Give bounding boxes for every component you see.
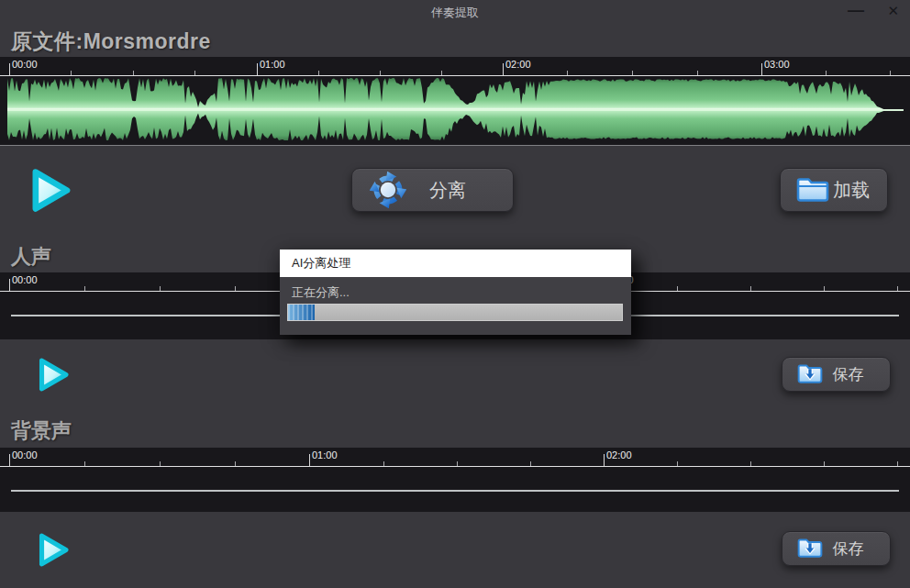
ruler-major-tick [503,63,504,75]
load-button-label: 加载 [830,178,872,203]
folder-open-icon [795,175,830,205]
save-folder-icon [797,537,823,560]
ruler-minor-tick [677,461,678,466]
play-background-button[interactable] [33,528,73,571]
ai-separation-dialog: AI分离处理 正在分离... [280,250,631,335]
load-button[interactable]: 加载 [780,168,888,212]
background-timeline-ruler: 00:0001:0002:00 [0,448,910,467]
ruler-minor-tick [383,461,384,466]
ruler-minor-tick [318,71,319,75]
background-section-label: 背景声 [11,417,72,445]
ruler-time-label: 02:00 [505,59,531,70]
original-timeline-ruler: 00:0001:0002:0003:00 [0,57,910,76]
background-waveform-panel[interactable]: 00:0001:0002:00 [0,448,910,512]
ruler-minor-tick [632,71,633,75]
separate-button-label: 分离 [406,178,489,203]
ruler-minor-tick [84,461,85,466]
separate-button[interactable]: 分离 [351,168,514,212]
ruler-minor-tick [84,286,85,291]
ruler-time-label: 00:00 [12,274,38,285]
ruler-minor-tick [133,71,134,75]
play-vocals-button[interactable] [33,353,73,396]
close-icon[interactable]: ✕ [887,4,899,17]
ruler-minor-tick [697,71,698,75]
ruler-minor-tick [897,286,898,291]
ruler-minor-tick [194,71,195,75]
play-icon [33,528,73,571]
ruler-minor-tick [750,286,751,291]
save-button-label: 保存 [823,364,873,385]
ruler-minor-tick [380,71,381,75]
dialog-status-text: 正在分离... [292,284,350,301]
ruler-minor-tick [567,71,568,75]
original-waveform-panel[interactable]: 00:0001:0002:0003:00 [0,57,910,146]
play-icon [33,353,73,396]
ruler-time-label: 00:00 [12,59,38,70]
ruler-minor-tick [235,461,236,466]
save-button-label: 保存 [823,538,873,560]
ruler-minor-tick [457,461,458,466]
ruler-time-label: 01:00 [312,449,338,460]
ruler-time-label: 02:00 [606,449,632,460]
ruler-minor-tick [824,461,825,466]
ruler-time-label: 00:00 [12,449,38,460]
save-background-button[interactable]: 保存 [782,531,891,566]
ruler-major-tick [257,63,258,75]
play-icon [24,164,77,216]
ruler-minor-tick [890,71,891,75]
dialog-title: AI分离处理 [292,255,350,272]
original-waveform[interactable] [0,76,910,145]
save-vocals-button[interactable]: 保存 [782,357,891,392]
ruler-minor-tick [750,461,751,466]
ruler-minor-tick [897,461,898,466]
ruler-major-tick [9,63,10,75]
vocals-section-label: 人声 [11,243,51,271]
dialog-body: 正在分离... [280,277,631,335]
ruler-time-label: 01:00 [260,59,285,70]
original-file-label: 原文件:Morsmordre [11,28,211,56]
ruler-minor-tick [71,71,72,75]
title-bar: 伴奏提取 — ✕ [0,0,910,24]
play-original-button[interactable] [24,164,77,216]
progress-bar-fill [288,305,315,320]
ruler-major-tick [761,63,762,75]
ruler-minor-tick [530,461,531,466]
progress-bar-track [287,304,623,321]
window-title: 伴奏提取 [0,5,910,21]
ruler-major-tick [604,454,605,466]
ruler-minor-tick [160,286,161,291]
ruler-major-tick [309,454,310,466]
ruler-minor-tick [826,71,827,75]
ruler-time-label: 03:00 [764,59,790,70]
waveform-center-line [7,109,904,111]
ruler-minor-tick [824,286,825,291]
ruler-major-tick [9,454,10,466]
dialog-header: AI分离处理 [280,250,631,277]
ruler-minor-tick [235,286,236,291]
minimize-icon[interactable]: — [848,2,864,18]
ruler-major-tick [9,279,10,291]
sync-icon [370,172,406,208]
ruler-minor-tick [160,461,161,466]
ruler-minor-tick [677,286,678,291]
save-folder-icon [797,362,823,386]
ruler-minor-tick [441,71,442,75]
background-zero-line [11,490,899,492]
